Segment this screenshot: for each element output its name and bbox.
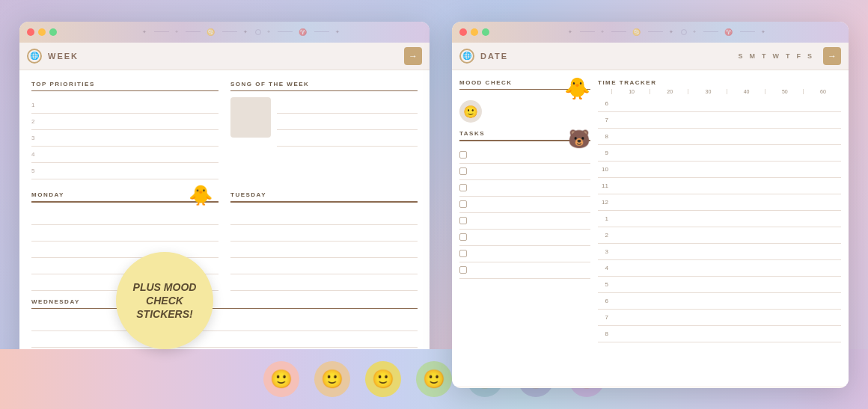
tuesday-label: TUESDAY bbox=[230, 191, 418, 198]
days-grid: MONDAY 🐥 TUESDAY bbox=[31, 191, 418, 291]
time-row-8: 8 bbox=[598, 129, 841, 145]
time-num-30: 30 bbox=[688, 89, 726, 94]
smiley-2: 🙂 bbox=[314, 361, 350, 397]
task-check-6[interactable] bbox=[459, 233, 467, 241]
song-label: SONG OF THE WEEK bbox=[230, 81, 418, 87]
task-check-7[interactable] bbox=[459, 250, 467, 257]
right-planner-window: ✦ + ♋ ✦ + ♈ ✦ 🌐 DATE S M T W T F S → bbox=[452, 22, 849, 388]
song-line-3 bbox=[277, 130, 418, 147]
song-divider bbox=[230, 90, 418, 92]
address-label-left: WEEK bbox=[48, 52, 398, 61]
time-row-10: 10 bbox=[598, 162, 841, 178]
monday-line-3 bbox=[31, 242, 218, 258]
dot-green[interactable] bbox=[49, 28, 57, 36]
wednesday-line-1 bbox=[31, 315, 418, 331]
time-tracker-label: TIME TRACKER bbox=[598, 79, 656, 86]
day-t2: T bbox=[786, 52, 791, 60]
smiley-1: 🙂 bbox=[263, 361, 299, 397]
day-s2: S bbox=[807, 52, 813, 60]
priority-row-1: 1 bbox=[31, 97, 218, 114]
time-num-10: 10 bbox=[611, 89, 650, 94]
globe-icon-right: 🌐 bbox=[459, 49, 474, 64]
tuesday-line-4 bbox=[230, 258, 418, 274]
dot-red[interactable] bbox=[27, 28, 34, 36]
priority-row-2: 2 bbox=[31, 114, 218, 130]
priority-row-5: 5 bbox=[31, 163, 218, 179]
tuesday-lines bbox=[230, 209, 418, 291]
time-row-11: 11 bbox=[598, 178, 841, 194]
time-grid: 6 7 8 9 10 11 12 1 2 3 4 5 6 7 8 bbox=[598, 96, 841, 377]
day-f: F bbox=[796, 52, 801, 60]
wednesday-section: WEDNESDAY bbox=[31, 298, 418, 348]
nav-arrow-left[interactable]: → bbox=[404, 47, 422, 65]
duck-icon-right: 🐥 bbox=[564, 76, 590, 101]
time-num-60: 60 bbox=[803, 89, 841, 94]
priority-row-3: 3 bbox=[31, 130, 218, 147]
tuesday-line-3 bbox=[230, 242, 418, 258]
time-row-12: 12 bbox=[598, 194, 841, 211]
mood-emoji: 🙂 bbox=[459, 100, 482, 123]
smiley-4: 🙂 bbox=[416, 361, 452, 397]
dot-red-r[interactable] bbox=[459, 28, 467, 36]
address-bar-right: 🌐 DATE S M T W T F S → bbox=[452, 43, 849, 70]
task-check-2[interactable] bbox=[459, 167, 467, 175]
task-row-5 bbox=[459, 213, 590, 230]
task-check-3[interactable] bbox=[459, 184, 467, 191]
time-row-4: 4 bbox=[598, 260, 841, 277]
priorities-section: TOP PRIORITIES 1 2 3 4 5 bbox=[31, 81, 218, 180]
time-row-2: 2 bbox=[598, 227, 841, 244]
day-m: M bbox=[749, 52, 756, 60]
priority-lines: 1 2 3 4 5 bbox=[31, 97, 218, 179]
song-section: SONG OF THE WEEK bbox=[230, 81, 418, 180]
time-row-1: 1 bbox=[598, 211, 841, 227]
task-check-1[interactable] bbox=[459, 151, 467, 159]
bear-icon: 🐻 bbox=[568, 129, 590, 150]
planner-content-left: TOP PRIORITIES 1 2 3 4 5 SONG OF THE WEE… bbox=[19, 70, 430, 386]
priority-row-4: 4 bbox=[31, 147, 218, 163]
left-planner-window: ✦ + ♋ ✦ + ♈ ✦ 🌐 WEEK → TOP PRIORITIES bbox=[19, 22, 430, 388]
time-numbers: 10 20 30 40 50 60 bbox=[611, 89, 841, 94]
tuesday-divider bbox=[230, 201, 418, 203]
task-check-4[interactable] bbox=[459, 200, 467, 208]
task-row-4 bbox=[459, 197, 590, 213]
song-lines bbox=[277, 97, 418, 147]
title-bar-decorations-right: ✦ + ♋ ✦ + ♈ ✦ bbox=[494, 28, 841, 36]
priorities-label: TOP PRIORITIES bbox=[31, 81, 218, 87]
duck-icon: 🐥 bbox=[189, 185, 213, 205]
dot-yellow[interactable] bbox=[38, 28, 46, 36]
wednesday-lines bbox=[31, 315, 418, 348]
tuesday-section: TUESDAY bbox=[230, 191, 418, 291]
time-row-3: 3 bbox=[598, 244, 841, 260]
album-art bbox=[230, 97, 271, 138]
task-row-2 bbox=[459, 164, 590, 180]
day-w: W bbox=[772, 52, 780, 60]
time-num-50: 50 bbox=[765, 89, 803, 94]
top-grid: TOP PRIORITIES 1 2 3 4 5 SONG OF THE WEE… bbox=[31, 81, 418, 180]
time-num-40: 40 bbox=[727, 89, 765, 94]
dot-green-r[interactable] bbox=[482, 28, 489, 36]
priorities-divider bbox=[31, 90, 218, 92]
time-tracker-panel: TIME TRACKER 10 20 30 40 50 60 6 7 8 bbox=[598, 79, 841, 377]
monday-line-2 bbox=[31, 225, 218, 242]
time-row-7: 7 bbox=[598, 112, 841, 129]
right-planner-content: MOOD CHECK 🙂 🐥 TASKS bbox=[452, 70, 849, 386]
tasks-section: TASKS 🐻 bbox=[459, 130, 590, 377]
time-row-6: 6 bbox=[598, 96, 841, 112]
task-check-8[interactable] bbox=[459, 266, 467, 274]
traffic-lights-right bbox=[459, 28, 489, 36]
day-s1: S bbox=[738, 52, 743, 60]
time-row-9: 9 bbox=[598, 145, 841, 162]
monday-line-1 bbox=[31, 209, 218, 225]
tuesday-line-2 bbox=[230, 225, 418, 242]
time-numbers-row: 10 20 30 40 50 60 bbox=[598, 89, 841, 94]
dot-yellow-r[interactable] bbox=[471, 28, 478, 36]
song-line-1 bbox=[277, 97, 418, 114]
mood-bubble-text: PLUS MOODCHECKSTICKERS! bbox=[133, 280, 197, 322]
task-check-5[interactable] bbox=[459, 217, 467, 224]
time-num-20: 20 bbox=[650, 89, 688, 94]
task-row-3 bbox=[459, 180, 590, 197]
time-row-7b: 7 bbox=[598, 310, 841, 326]
nav-arrow-right[interactable]: → bbox=[823, 47, 841, 65]
title-bar-left: ✦ + ♋ ✦ + ♈ ✦ bbox=[19, 22, 430, 43]
mood-bubble: PLUS MOODCHECKSTICKERS! bbox=[116, 252, 213, 349]
